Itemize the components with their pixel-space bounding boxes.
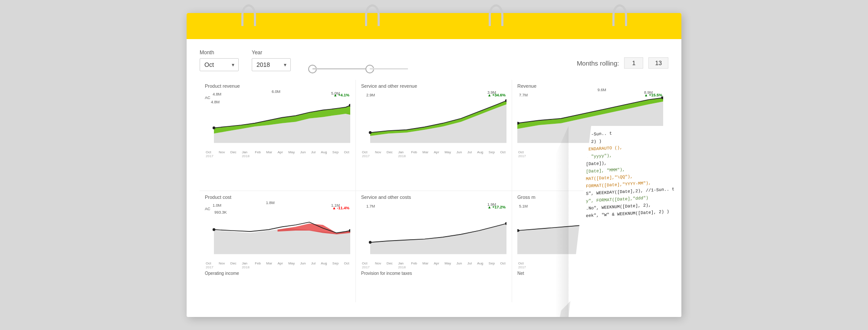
- service-revenue-start-val: 2.9M: [366, 93, 375, 97]
- product-revenue-secondary-val: 4.8M: [211, 100, 220, 104]
- product-revenue-title: Product revenue: [205, 83, 350, 89]
- months-rolling-label: Months rolling:: [577, 59, 619, 67]
- gross-margin-title: Gross m: [517, 195, 663, 200]
- year-control: Year 2018 2017 2019 ▼: [252, 50, 291, 71]
- revenue-peak-val: 9.6M: [598, 88, 606, 92]
- product-revenue-x-labels: Oct2017 Nov Dec Jan2018 Feb Mar Apr May …: [205, 150, 350, 158]
- provision-taxes-label: Provision for income taxes: [361, 271, 506, 276]
- service-costs-svg: [361, 202, 506, 259]
- binder-ring-2: [365, 4, 380, 26]
- year-select[interactable]: 2018 2017 2019: [252, 58, 291, 71]
- month-control: Month Oct Nov Dec ▼: [200, 50, 239, 71]
- product-revenue-peak-val: 6.0M: [272, 89, 280, 94]
- charts-grid: Product revenue AC: [200, 80, 668, 302]
- service-revenue-x-labels: Oct2017 Nov Dec Jan2018 Feb Mar Apr May …: [361, 150, 506, 158]
- year-select-wrapper: 2018 2017 2019 ▼: [252, 58, 291, 71]
- main-content: Month Oct Nov Dec ▼ Year 2018 2017: [187, 39, 681, 317]
- revenue-title: Revenue: [517, 83, 663, 89]
- product-cost-panel: Product cost AC 1.0M 993.3K: [200, 191, 356, 302]
- slider-track: [312, 68, 408, 69]
- svg-point-2: [213, 126, 215, 129]
- product-revenue-svg: [205, 91, 350, 148]
- gross-margin-start-val: 5.1M: [519, 204, 528, 208]
- dashboard-page: Month Oct Nov Dec ▼ Year 2018 2017: [187, 13, 681, 317]
- product-cost-badge: ▲-11.4%: [332, 203, 349, 211]
- svg-point-17: [369, 241, 372, 244]
- product-revenue-ac: AC: [205, 96, 210, 100]
- binder-ring-1: [241, 4, 256, 26]
- gross-margin-chart-container: 5.1M: [517, 202, 663, 261]
- service-revenue-chart-container: 2.9M 3.9M ▲+34.6%: [361, 91, 506, 149]
- product-cost-start-val: 1.0M: [213, 203, 221, 208]
- revenue-panel: Revenue 7.7M 9.6M 8.9M ▲+15.5%: [512, 80, 668, 191]
- svg-marker-16: [370, 224, 506, 254]
- product-cost-secondary-val: 993.3K: [214, 210, 227, 214]
- binder-ring-4: [612, 4, 627, 26]
- svg-point-6: [369, 131, 372, 134]
- month-select[interactable]: Oct Nov Dec: [200, 58, 239, 71]
- gross-margin-panel: Gross m 5.1M Oct2017 No Net: [512, 191, 668, 302]
- revenue-x-labels: Oct2017 No: [517, 150, 663, 158]
- revenue-start-val: 7.7M: [519, 93, 528, 97]
- months-rolling-min: 1: [624, 57, 643, 69]
- month-label: Month: [200, 50, 239, 56]
- product-cost-ac: AC: [205, 207, 210, 211]
- net-label: Net: [517, 271, 663, 276]
- revenue-svg: [517, 91, 663, 148]
- range-slider: [312, 68, 408, 69]
- service-costs-chart-container: 1.7M 1.9M ▲+17.2%: [361, 202, 506, 261]
- months-rolling-max: 13: [648, 57, 668, 69]
- service-costs-badge: ▲+17.2%: [487, 202, 506, 210]
- product-revenue-chart-container: AC 4.8M 6.0M: [205, 91, 350, 149]
- revenue-chart-container: 7.7M 9.6M 8.9M ▲+15.5%: [517, 91, 663, 149]
- gross-margin-svg: [517, 202, 663, 259]
- service-costs-panel: Service and other costs 1.7M 1.9M ▲+17.2…: [356, 191, 512, 302]
- service-revenue-badge: ▲+34.6%: [487, 90, 506, 98]
- operating-income-label: Operating income: [205, 271, 350, 276]
- product-revenue-badge: ▲+4.1%: [333, 90, 349, 98]
- product-cost-title: Product cost: [205, 195, 350, 200]
- product-cost-chart-container: AC 1.0M 993.3K 1.8M 1.1M: [205, 202, 350, 261]
- product-revenue-start-val: 4.8M: [213, 92, 221, 96]
- service-costs-x-labels: Oct2017 Nov Dec Jan2018 Feb Mar Apr May …: [361, 261, 506, 269]
- gross-margin-x-labels: Oct2017 No: [517, 261, 663, 269]
- month-select-wrapper: Oct Nov Dec ▼: [200, 58, 239, 71]
- revenue-badge: ▲+15.5%: [644, 90, 662, 98]
- service-costs-title: Service and other costs: [361, 195, 506, 200]
- year-label: Year: [252, 50, 291, 56]
- service-revenue-svg: [361, 91, 506, 148]
- service-revenue-panel: Service and other revenue 2.9M 3.9M ▲+34…: [356, 80, 512, 191]
- binder-ring-3: [489, 4, 503, 26]
- slider-fill: [312, 68, 370, 69]
- product-cost-x-labels: Oct2017 Nov Dec Jan2018 Feb Mar Apr May …: [205, 261, 350, 269]
- product-revenue-panel: Product revenue AC: [200, 80, 356, 191]
- controls-row: Month Oct Nov Dec ▼ Year 2018 2017: [200, 50, 668, 71]
- service-revenue-title: Service and other revenue: [361, 83, 506, 89]
- months-rolling-control: Months rolling: 1 13: [577, 57, 668, 69]
- svg-point-14: [213, 228, 215, 231]
- service-costs-start-val: 1.7M: [366, 204, 375, 208]
- slider-empty: [370, 68, 408, 69]
- product-cost-peak-val: 1.8M: [266, 201, 275, 205]
